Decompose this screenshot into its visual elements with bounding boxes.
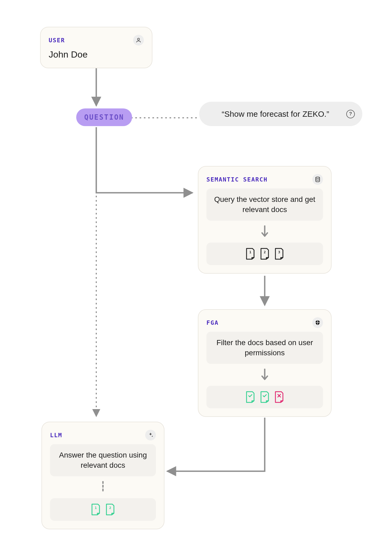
fga-label: FGA [206, 319, 219, 326]
database-icon [312, 174, 323, 185]
inner-arrow-icon [206, 369, 323, 381]
document-icon: 1 [245, 248, 256, 260]
semantic-search-card: SEMANTIC SEARCH Query the vector store a… [198, 166, 332, 274]
document-icon [259, 391, 270, 403]
document-icon [245, 391, 256, 403]
fga-description: Filter the docs based on user permission… [206, 332, 323, 364]
sparkle-icon [145, 430, 156, 440]
svg-text:2: 2 [109, 506, 111, 510]
user-name: John Doe [49, 49, 144, 60]
document-icon: 2 [259, 248, 270, 260]
question-quote-bubble: “Show me forecast for ZEKO.” ? [199, 102, 362, 126]
llm-results: 12 [50, 498, 156, 521]
svg-text:2: 2 [264, 250, 266, 254]
card-header: USER [49, 35, 144, 46]
svg-point-1 [316, 177, 320, 179]
document-icon [274, 391, 285, 403]
document-icon: 2 [105, 504, 116, 515]
svg-text:3: 3 [278, 250, 280, 254]
question-quote-text: “Show me forecast for ZEKO.” [222, 110, 329, 118]
card-header: SEMANTIC SEARCH [206, 174, 323, 185]
help-icon: ? [346, 110, 355, 118]
semantic-search-label: SEMANTIC SEARCH [206, 176, 268, 183]
inner-arrow-icon [206, 225, 323, 238]
svg-point-0 [137, 38, 139, 40]
svg-text:1: 1 [95, 506, 97, 510]
shield-icon [312, 317, 323, 328]
question-pill: QUESTION [76, 108, 132, 126]
semantic-search-results: 123 [206, 243, 323, 265]
card-header: FGA [206, 317, 323, 328]
diagram-canvas: USER John Doe QUESTION “Show me forecast… [0, 0, 392, 536]
document-icon: 3 [274, 248, 285, 260]
llm-description: Answer the question using relevant docs [50, 444, 156, 476]
user-card: USER John Doe [40, 27, 152, 68]
user-card-label: USER [49, 37, 65, 44]
semantic-search-description: Query the vector store and get relevant … [206, 188, 323, 221]
llm-label: LLM [50, 432, 62, 439]
document-icon: 1 [90, 504, 101, 515]
question-pill-label: QUESTION [84, 113, 124, 121]
inner-dashed-arrow-icon [50, 481, 156, 493]
card-header: LLM [50, 430, 156, 440]
svg-text:1: 1 [249, 250, 251, 254]
fga-card: FGA Filter the docs based on user permis… [198, 309, 332, 417]
llm-card: LLM Answer the question using relevant d… [41, 422, 164, 529]
person-icon [133, 35, 144, 46]
fga-results [206, 386, 323, 408]
